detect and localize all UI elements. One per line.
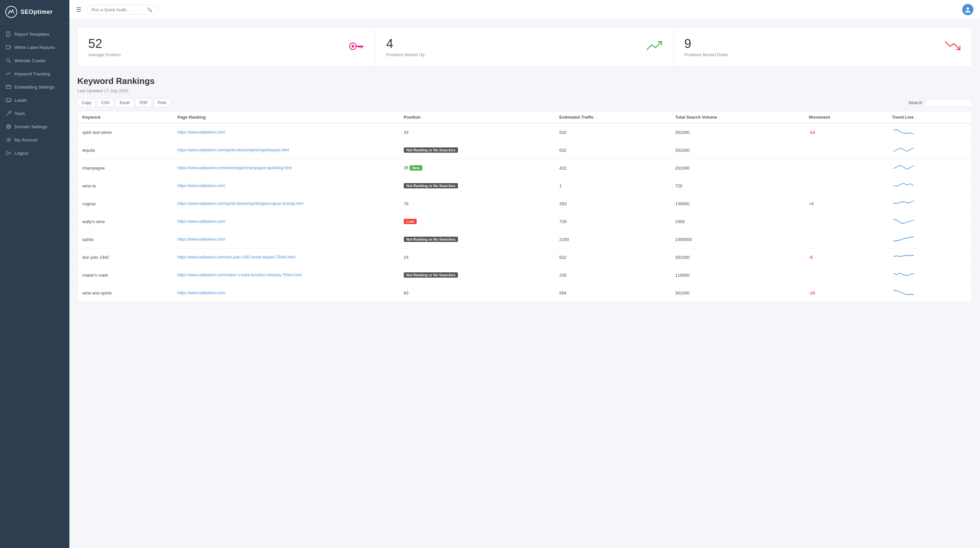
- sidebar-item-report-templates[interactable]: Report Templates: [0, 27, 69, 41]
- logout-icon: [6, 150, 11, 156]
- cell-position: 79: [399, 195, 555, 212]
- sidebar-item-label: My Account: [14, 137, 38, 142]
- cell-page[interactable]: https://www.wallywine.com/: [173, 230, 399, 248]
- cell-page[interactable]: https://www.wallywine.com/spirits-brews/…: [173, 195, 399, 212]
- export-buttons: CopyCSVExcelPDFPrint: [77, 99, 170, 107]
- col-movement[interactable]: Movement ↕: [804, 112, 888, 123]
- cell-keyword: wine and spirits: [78, 284, 173, 302]
- cell-page[interactable]: https://www.wallywine.com/: [173, 284, 399, 302]
- sidebar-item-embedding-settings[interactable]: Embedding Settings: [0, 80, 69, 94]
- cell-position: Not Ranking or No Searches: [399, 141, 555, 159]
- stat-card-avg-position: 52 Average Position: [78, 28, 375, 67]
- cell-movement: +8: [804, 195, 888, 212]
- cell-trend: [888, 141, 972, 159]
- cell-keyword: maker's mark: [78, 266, 173, 284]
- search-input[interactable]: [92, 7, 145, 12]
- cell-movement: [804, 212, 888, 230]
- sidebar-item-label: Leads: [14, 98, 27, 103]
- logo[interactable]: SEOptimer: [0, 0, 69, 24]
- cell-traffic: 632: [555, 123, 671, 142]
- col-total-search-volume[interactable]: Total Search Volume ↕: [671, 112, 804, 123]
- cell-volume: 2400: [671, 212, 804, 230]
- sidebar-item-leads[interactable]: Leads: [0, 94, 69, 107]
- sidebar-item-label: Logout: [14, 151, 28, 156]
- gear-icon: [6, 137, 11, 142]
- cell-page[interactable]: https://www.wallywine.com/: [173, 123, 399, 142]
- sidebar-item-my-account[interactable]: My Account: [0, 133, 69, 147]
- cell-traffic: 632: [555, 248, 671, 266]
- table-search-input[interactable]: [926, 99, 972, 107]
- export-print-button[interactable]: Print: [153, 99, 170, 107]
- sidebar-item-website-crawls[interactable]: Website Crawls: [0, 54, 69, 67]
- sort-icon: ↕: [719, 116, 721, 119]
- cell-position: Lost: [399, 212, 555, 230]
- cell-trend: [888, 177, 972, 195]
- stat-info: 52 Average Position: [88, 37, 121, 57]
- sidebar-item-keyword-tracking[interactable]: Keyword Tracking: [0, 67, 69, 80]
- table-row: maker's markhttps://www.wallywine.com/ma…: [78, 266, 972, 284]
- cell-movement: [804, 177, 888, 195]
- col-trend-line[interactable]: Trend Line ↕: [888, 112, 972, 123]
- cell-keyword: wally's wine: [78, 212, 173, 230]
- trend-line: [892, 270, 915, 280]
- cell-traffic: 1: [555, 177, 671, 195]
- export-excel-button[interactable]: Excel: [115, 99, 134, 107]
- cell-page[interactable]: https://www.wallywine.com/: [173, 177, 399, 195]
- user-avatar[interactable]: [962, 4, 974, 15]
- cell-page[interactable]: https://www.wallywine.com/spirits-brews/…: [173, 141, 399, 159]
- cell-page[interactable]: https://www.wallywine.com/: [173, 212, 399, 230]
- search-icon: 🔍: [147, 7, 152, 12]
- cell-keyword: spirit and wines: [78, 123, 173, 142]
- cell-movement: [804, 230, 888, 248]
- trend-line: [892, 145, 915, 155]
- sort-icon: ↕: [916, 116, 917, 119]
- svg-point-19: [8, 139, 10, 141]
- col-page-ranking[interactable]: Page Ranking ↕: [173, 112, 399, 123]
- cell-position: Not Ranking or No Searches: [399, 230, 555, 248]
- cell-volume: 301000: [671, 123, 804, 142]
- cell-position: 43: [399, 123, 555, 142]
- stat-number: 9: [684, 37, 728, 51]
- sidebar: SEOptimer Report Templates White Label R…: [0, 0, 69, 548]
- inbox-icon: [6, 97, 11, 103]
- cell-movement: -14: [804, 123, 888, 142]
- cell-page[interactable]: https://www.wallywine.com/wines/type/cha…: [173, 159, 399, 177]
- col-estimated-traffic[interactable]: Estimated Traffic ↕: [555, 112, 671, 123]
- cell-movement: [804, 141, 888, 159]
- svg-point-21: [966, 7, 969, 10]
- sidebar-item-label: Embedding Settings: [14, 84, 54, 89]
- stat-card-positions-down: 9 Positions Moved Down: [674, 28, 972, 67]
- section-title: Keyword Rankings: [77, 76, 972, 86]
- stat-label: Average Position: [88, 52, 121, 57]
- cell-traffic: 283: [555, 195, 671, 212]
- search-label: Search:: [908, 100, 923, 105]
- cell-trend: [888, 284, 972, 302]
- col-position[interactable]: Position ↕: [399, 112, 555, 123]
- table-row: don julio 1942https://www.wallywine.com/…: [78, 248, 972, 266]
- stat-label: Positions Moved Up: [386, 52, 425, 57]
- export-csv-button[interactable]: CSV: [97, 99, 114, 107]
- sidebar-item-logout[interactable]: Logout: [0, 147, 69, 159]
- sidebar-item-label: Tools: [14, 111, 25, 116]
- arrow-down-stat-icon: [944, 40, 961, 54]
- quick-audit-search[interactable]: 🔍: [87, 5, 159, 14]
- globe-icon: [6, 124, 11, 129]
- col-keyword[interactable]: Keyword ↕: [78, 112, 173, 123]
- sidebar-item-domain-settings[interactable]: Domain Settings: [0, 120, 69, 133]
- sidebar-item-tools[interactable]: Tools: [0, 107, 69, 120]
- cell-keyword: don julio 1942: [78, 248, 173, 266]
- hamburger-button[interactable]: ☰: [76, 6, 81, 13]
- last-updated: Last Updated 17 July 2020: [77, 88, 972, 93]
- topbar: ☰ 🔍: [69, 0, 980, 19]
- sidebar-item-white-label-reports[interactable]: White Label Reports: [0, 41, 69, 54]
- cell-page[interactable]: https://www.wallywine.com/don-julio-1942…: [173, 248, 399, 266]
- cell-volume: 201000: [671, 159, 804, 177]
- sidebar-item-label: Website Crawls: [14, 58, 46, 63]
- table-search: Search:: [908, 99, 972, 107]
- svg-point-15: [9, 111, 11, 113]
- export-copy-button[interactable]: Copy: [77, 99, 95, 107]
- export-pdf-button[interactable]: PDF: [135, 99, 152, 107]
- cell-position: 26 New: [399, 159, 555, 177]
- cell-page[interactable]: https://www.wallywine.com/maker-s-mark-b…: [173, 266, 399, 284]
- cell-traffic: 632: [555, 141, 671, 159]
